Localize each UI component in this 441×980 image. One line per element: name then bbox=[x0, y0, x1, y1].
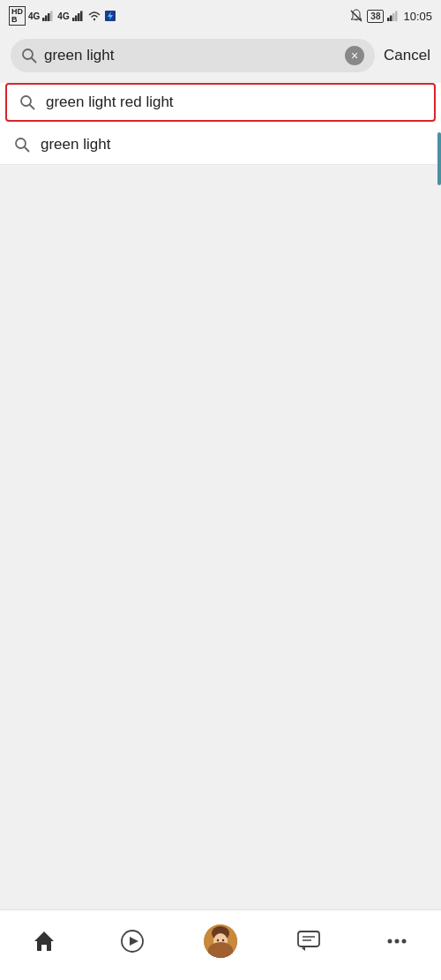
search-icon-suggestion-2 bbox=[14, 137, 30, 153]
svg-point-37 bbox=[402, 939, 407, 943]
hd-indicator: HDB bbox=[9, 6, 26, 26]
battery-indicator: 38 bbox=[367, 10, 384, 23]
signal-bars-2 bbox=[72, 11, 85, 21]
suggestion-text-1: green light red light bbox=[46, 94, 174, 111]
svg-rect-15 bbox=[395, 11, 398, 22]
search-input[interactable]: green light bbox=[44, 47, 338, 64]
svg-rect-5 bbox=[75, 16, 78, 22]
signal-bars-1 bbox=[42, 11, 55, 21]
svg-point-8 bbox=[93, 19, 94, 20]
nav-item-avatar[interactable] bbox=[176, 924, 265, 958]
suggestions-container: green light red light green light bbox=[0, 83, 441, 165]
signal-4g-1: 4G bbox=[28, 11, 40, 21]
status-bar-left: HDB 4G 4G bbox=[9, 6, 116, 26]
nav-item-more[interactable] bbox=[353, 929, 441, 954]
svg-line-17 bbox=[32, 58, 36, 63]
suggestion-item-2[interactable]: green light bbox=[0, 125, 441, 165]
svg-rect-2 bbox=[48, 13, 50, 21]
svg-point-36 bbox=[395, 939, 400, 943]
cancel-button[interactable]: Cancel bbox=[384, 47, 430, 64]
search-icon-suggestion-1 bbox=[19, 94, 35, 110]
svg-point-35 bbox=[388, 939, 392, 943]
svg-point-29 bbox=[222, 939, 224, 940]
more-icon bbox=[385, 929, 409, 954]
svg-rect-13 bbox=[390, 16, 392, 22]
status-bar-right: 38 10:05 bbox=[349, 9, 432, 23]
svg-marker-22 bbox=[34, 931, 54, 951]
svg-rect-30 bbox=[212, 950, 229, 958]
scrollbar-hint bbox=[437, 132, 441, 185]
play-icon bbox=[120, 929, 145, 954]
svg-point-28 bbox=[217, 939, 219, 940]
nav-item-chat[interactable] bbox=[265, 929, 353, 954]
svg-line-21 bbox=[25, 147, 29, 152]
bell-muted-icon bbox=[349, 9, 363, 23]
svg-rect-1 bbox=[45, 16, 48, 22]
status-bar: HDB 4G 4G bbox=[0, 0, 441, 32]
home-icon bbox=[32, 929, 56, 954]
search-icon bbox=[21, 48, 37, 64]
charge-icon bbox=[104, 10, 116, 22]
search-bar-container: green light × Cancel bbox=[0, 32, 441, 79]
svg-point-16 bbox=[23, 49, 33, 59]
svg-marker-24 bbox=[130, 937, 138, 946]
chat-icon bbox=[296, 929, 321, 954]
svg-rect-12 bbox=[387, 18, 390, 21]
svg-point-20 bbox=[16, 138, 26, 148]
svg-rect-14 bbox=[392, 13, 395, 21]
bottom-nav bbox=[0, 909, 441, 980]
svg-point-18 bbox=[21, 96, 31, 106]
svg-line-19 bbox=[30, 105, 34, 109]
svg-rect-0 bbox=[42, 18, 45, 21]
svg-rect-7 bbox=[80, 11, 83, 22]
nav-item-play[interactable] bbox=[88, 929, 176, 954]
svg-rect-3 bbox=[50, 11, 53, 22]
svg-point-27 bbox=[213, 933, 228, 949]
wifi-icon bbox=[87, 11, 101, 21]
search-input-wrapper[interactable]: green light × bbox=[11, 39, 375, 72]
suggestion-item-1[interactable]: green light red light bbox=[5, 83, 436, 122]
avatar-icon bbox=[204, 924, 237, 958]
signal-strength-icon bbox=[387, 11, 400, 21]
svg-rect-31 bbox=[298, 931, 319, 946]
suggestion-text-2: green light bbox=[41, 136, 110, 153]
signal-4g-2: 4G bbox=[57, 11, 69, 21]
clear-button[interactable]: × bbox=[345, 46, 364, 65]
clear-icon: × bbox=[351, 49, 358, 62]
nav-item-home[interactable] bbox=[0, 929, 88, 954]
time-display: 10:05 bbox=[403, 10, 432, 23]
svg-rect-4 bbox=[72, 18, 75, 21]
svg-rect-6 bbox=[78, 13, 80, 21]
